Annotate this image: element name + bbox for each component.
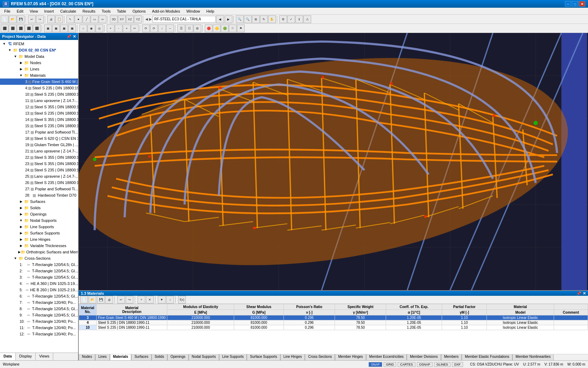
tb-surface[interactable]: ▭: [91, 15, 98, 23]
tb2-r6[interactable]: ▣: [44, 25, 52, 32]
bottom-tab-member-eccentricities[interactable]: Member Eccentricities: [366, 354, 407, 360]
panel-tab-views[interactable]: Views: [36, 353, 53, 360]
bottom-tab-surface-supports[interactable]: Surface Supports: [247, 354, 280, 360]
bottom-tab-members[interactable]: Members: [441, 354, 462, 360]
tree-mat-19[interactable]: 19: ▦ Glulam Timber GL28h | ...: [0, 142, 78, 148]
tb2-r17[interactable]: ⟳: [142, 25, 150, 32]
tree-surfaces[interactable]: ▶ 📁 Surfaces: [0, 198, 78, 205]
tree-materials[interactable]: ▼ 📁 Materials: [0, 72, 78, 79]
tb-check[interactable]: ✓: [287, 15, 295, 23]
bottom-tab-nodal-supports[interactable]: Nodal Supports: [189, 354, 219, 360]
tree-mat-28[interactable]: 28: ▦ Hardwood Timber D70: [0, 192, 78, 198]
tb-info[interactable]: ℹ: [295, 15, 303, 23]
tree-solids[interactable]: ▶ 📁 Solids: [0, 205, 78, 211]
tbl-tb-undo[interactable]: ↩: [117, 296, 125, 304]
tb2-r15[interactable]: ×: [123, 25, 131, 32]
tb2-r20[interactable]: ↔: [166, 25, 174, 32]
expander-cross-sections[interactable]: ▼: [13, 255, 18, 261]
tb2-r10[interactable]: ○: [79, 25, 87, 32]
tb-view-yz[interactable]: YZ: [134, 15, 142, 23]
tb-warn[interactable]: ⚠: [303, 15, 311, 23]
tree-mat-14[interactable]: 14: ▦ Steel S 355 | DIN 18800:1...: [0, 116, 78, 123]
tb-view-xy[interactable]: XY: [118, 15, 126, 23]
expander-rfem[interactable]: ▼: [1, 41, 7, 47]
bottom-tab-openings[interactable]: Openings: [167, 354, 189, 360]
tb-pan[interactable]: ✋: [268, 15, 276, 23]
tb-zoom-in[interactable]: 🔍: [236, 15, 244, 23]
tree-cs-9[interactable]: 9: ═ T-Rectangle 120/45.5; Gl...: [0, 312, 78, 318]
panel-tab-data[interactable]: Data: [0, 353, 16, 360]
rf-steel-field[interactable]: [153, 16, 216, 23]
tree-cs-7[interactable]: 7: ═ T-Rectangle 120/40; Po...: [0, 299, 78, 306]
tb-print[interactable]: 🖨: [47, 15, 55, 23]
tb2-r14[interactable]: -: [115, 25, 122, 32]
table-scroll-container[interactable]: MaterialNo. MaterialDescription Modulus …: [79, 304, 588, 354]
menu-results[interactable]: Results: [80, 8, 98, 14]
tree-mat-26[interactable]: 26: ▦ Steel S 235 | DIN 18800:1...: [0, 179, 78, 186]
tree-mat-3[interactable]: 3: ▦ Fine Grain Steel S 460 M | ...: [0, 79, 78, 85]
tbl-tb-formula[interactable]: f(x): [178, 296, 186, 304]
tb-rotate[interactable]: ↻: [260, 15, 268, 23]
tb-redo[interactable]: ↪: [36, 15, 44, 23]
tree-mat-4[interactable]: 4: ▦ Steel S 235 | DIN 18800:19...: [0, 85, 78, 91]
tree-cross-sections[interactable]: ▼ 📁 Cross-Sections: [0, 255, 78, 261]
close-button[interactable]: ✕: [579, 1, 585, 7]
tree-mat-25[interactable]: 25: ▦ Lano upravene | Z-14.7-...: [0, 173, 78, 179]
tb2-r26[interactable]: 🟢: [221, 25, 229, 32]
tree-cs-2[interactable]: 2: ═ T-Rectangle 120/54.5; Gl...: [0, 268, 78, 274]
tree-model-data[interactable]: ▼ 📁 Model Data: [0, 53, 78, 60]
menu-file[interactable]: File: [1, 8, 13, 14]
bottom-tab-member-divisions[interactable]: Member Divisions: [407, 354, 441, 360]
bottom-tab-member-nonlinearities[interactable]: Member Nonlinearities: [512, 354, 554, 360]
snap-btn[interactable]: SNAP: [369, 362, 382, 367]
tb-new[interactable]: 📄: [1, 15, 8, 23]
menu-insert[interactable]: Insert: [41, 8, 57, 14]
tb2-r12[interactable]: ◎: [96, 25, 103, 32]
tree-lines[interactable]: ▶ 📁 Lines: [0, 66, 78, 72]
grid-btn[interactable]: GRID: [384, 362, 397, 367]
tbl-tb-filter[interactable]: ▼: [158, 296, 166, 304]
tb2-r13[interactable]: +: [107, 25, 114, 32]
tb-prev[interactable]: ◀: [216, 15, 224, 23]
tree-mat-27[interactable]: 27: ▦ Poplar and Softwood Ti...: [0, 186, 78, 192]
bottom-tab-nodes[interactable]: Nodes: [79, 354, 95, 360]
tb-zoom-fit[interactable]: ⊞: [252, 15, 260, 23]
tbl-tb-new-row[interactable]: 📄: [80, 296, 88, 304]
expander-nodes[interactable]: ▶: [18, 60, 24, 66]
tree-mat-11[interactable]: 11: ▦ Lano upravene | Z-14.7-...: [0, 97, 78, 104]
tbl-tb-save[interactable]: 💾: [97, 296, 105, 304]
tree-mat-15[interactable]: 15: ▦ Steel S 235 | DIN 18800:1...: [0, 123, 78, 129]
tree-mat-18[interactable]: 18: ▦ Steel S 620 Q | CSN EN 1...: [0, 135, 78, 142]
expander-nodal-supports[interactable]: ▼: [18, 218, 24, 223]
bottom-close[interactable]: ✕: [583, 291, 586, 296]
tb-undo[interactable]: ↩: [28, 15, 36, 23]
tree-line-supports[interactable]: ▶ 📁 Line Supports: [0, 224, 78, 230]
menu-window[interactable]: Window: [183, 8, 203, 14]
tb-open[interactable]: 📂: [9, 15, 16, 23]
tb2-r1[interactable]: ⬛: [1, 25, 8, 32]
expander-openings[interactable]: ▶: [18, 211, 24, 217]
tb2-r2[interactable]: ⬛: [9, 25, 16, 32]
tb2-r21[interactable]: ☰: [177, 25, 185, 32]
table-row[interactable]: 10 Steel S 235 | DIN 18800:1990-11 21000…: [79, 325, 588, 330]
menu-addon[interactable]: Add-on Modules: [149, 8, 183, 14]
tree-nodal-supports[interactable]: ▼ 📁 Nodal Supports: [0, 217, 78, 224]
tb2-r24[interactable]: 🔴: [205, 25, 212, 32]
tree-root-rfem[interactable]: ▼ 🏗 RFEM: [0, 41, 78, 47]
expander-orthotropic[interactable]: ▶: [18, 249, 21, 255]
tb-save[interactable]: 💾: [17, 15, 24, 23]
panel-tab-display[interactable]: Display: [16, 353, 36, 360]
tb-view-xz[interactable]: XZ: [126, 15, 134, 23]
tree-mat-12[interactable]: 12: ▦ Steel S 355 | DIN 18800:1...: [0, 104, 78, 110]
tb2-r27[interactable]: ⚐: [229, 25, 237, 32]
tb2-r3[interactable]: ⬛: [17, 25, 24, 32]
tbl-tb-delete[interactable]: ✕: [146, 296, 154, 304]
menu-table[interactable]: Table: [114, 8, 129, 14]
tree-surface-supports[interactable]: ▶ 📁 Surface Supports: [0, 230, 78, 236]
tree-cs-11[interactable]: 11: ═ T-Rectangle 120/40; Po...: [0, 325, 78, 331]
maximize-button[interactable]: □: [572, 1, 578, 7]
tree-mat-21[interactable]: 21: ▦ Lano upravene | Z-14.7-...: [0, 148, 78, 154]
tree-mat-23[interactable]: 23: ▦ Steel S 355 | DIN 18800:1...: [0, 161, 78, 167]
expander-var-thick[interactable]: ▶: [18, 243, 24, 248]
bottom-pin[interactable]: 📌: [576, 291, 581, 296]
